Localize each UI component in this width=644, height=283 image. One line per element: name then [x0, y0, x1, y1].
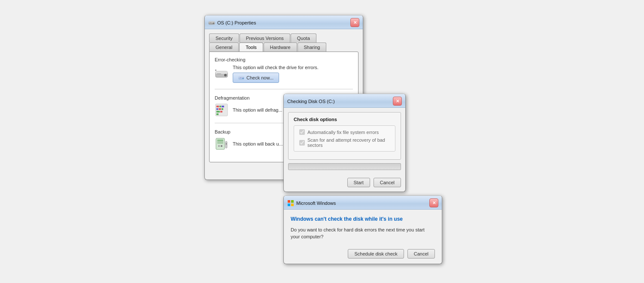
check-disk-title: Checking Disk OS (C:) — [287, 99, 335, 104]
check-now-button[interactable]: Check now... — [233, 73, 279, 83]
error-checking-section: Error-checking This option will ch — [215, 57, 353, 89]
svg-rect-1 — [209, 21, 215, 23]
check-disk-button-row: Start Cancel — [288, 174, 401, 187]
check-disk-content: Check disk options Automatically fix fil… — [284, 108, 405, 192]
check-disk-options-title: Check disk options — [294, 117, 395, 122]
properties-tabs-row2: General Tools Hardware Sharing — [209, 43, 358, 52]
option2-checkbox[interactable] — [299, 140, 305, 146]
tab-sharing[interactable]: Sharing — [298, 43, 327, 52]
check-now-label: Check now... — [246, 75, 273, 80]
svg-rect-33 — [291, 204, 294, 206]
ms-windows-title: Microsoft Windows — [296, 201, 336, 206]
svg-rect-12 — [240, 78, 242, 78]
defrag-icon — [215, 103, 228, 117]
svg-rect-27 — [221, 145, 222, 147]
option2-text: Scan for and attempt recovery of bad sec… — [307, 137, 390, 148]
svg-rect-16 — [222, 106, 224, 107]
svg-rect-29 — [226, 143, 227, 145]
ms-windows-body: Do you want to check for hard disk error… — [291, 226, 435, 240]
properties-close-button[interactable]: ✕ — [350, 18, 359, 27]
option1-text: Automatically fix file system errors — [307, 130, 379, 135]
svg-rect-8 — [215, 70, 216, 71]
svg-rect-20 — [216, 111, 220, 113]
check-disk-cancel-button[interactable]: Cancel — [374, 178, 401, 187]
tab-security[interactable]: Security — [209, 33, 239, 43]
error-checking-body: This option will check the drive for err… — [215, 65, 353, 83]
ms-windows-content: Windows can't check the disk while it's … — [284, 210, 442, 264]
svg-rect-25 — [217, 140, 223, 141]
backup-icon — [215, 137, 228, 151]
properties-title: OS (C:) Properties — [217, 20, 256, 25]
check-disk-start-button[interactable]: Start — [347, 178, 370, 187]
svg-rect-18 — [219, 108, 221, 110]
check-disk-titlebar: Checking Disk OS (C:) ✕ — [284, 94, 405, 108]
svg-point-6 — [224, 74, 227, 76]
tab-general[interactable]: General — [209, 43, 239, 52]
ms-windows-dialog: Microsoft Windows ✕ Windows can't check … — [283, 195, 442, 264]
check-disk-checkboxes: Automatically fix file system errors Sca… — [294, 125, 395, 152]
ms-windows-heading: Windows can't check the disk while it's … — [291, 216, 435, 223]
properties-titlebar: OS (C:) Properties ✕ — [205, 15, 363, 29]
check-icon — [238, 75, 244, 81]
svg-rect-7 — [217, 73, 221, 74]
option1-label[interactable]: Automatically fix file system errors — [299, 129, 390, 135]
svg-rect-21 — [220, 111, 222, 113]
tab-previous-versions[interactable]: Previous Versions — [240, 33, 290, 43]
svg-rect-17 — [216, 108, 218, 110]
svg-rect-3 — [210, 22, 212, 23]
option1-checkbox[interactable] — [299, 129, 305, 135]
ms-windows-close-button[interactable]: ✕ — [429, 198, 438, 207]
hdd-title-icon — [208, 19, 215, 26]
option2-label[interactable]: Scan for and attempt recovery of bad sec… — [299, 137, 390, 148]
tab-tools[interactable]: Tools — [239, 43, 263, 52]
error-checking-title: Error-checking — [215, 57, 353, 62]
svg-rect-14 — [216, 106, 219, 107]
svg-rect-32 — [288, 204, 290, 206]
schedule-disk-check-button[interactable]: Schedule disk check — [348, 249, 404, 259]
tab-quota[interactable]: Quota — [291, 33, 316, 43]
svg-point-2 — [213, 22, 214, 24]
ms-windows-cancel-button[interactable]: Cancel — [407, 249, 435, 259]
check-disk-close-button[interactable]: ✕ — [393, 97, 402, 106]
svg-rect-30 — [288, 200, 290, 203]
svg-rect-22 — [216, 113, 219, 115]
tab-hardware[interactable]: Hardware — [264, 43, 297, 52]
svg-point-11 — [243, 78, 244, 79]
svg-rect-31 — [291, 200, 294, 203]
svg-rect-15 — [219, 106, 221, 107]
error-checking-description: This option will check the drive for err… — [233, 65, 353, 70]
check-disk-options-group: Check disk options Automatically fix fil… — [288, 112, 401, 160]
svg-rect-19 — [222, 108, 223, 110]
ms-windows-button-row: Schedule disk check Cancel — [291, 246, 435, 259]
check-disk-progress-bar — [288, 163, 401, 170]
error-checking-icon — [215, 67, 228, 81]
svg-rect-26 — [218, 145, 220, 147]
check-disk-dialog: Checking Disk OS (C:) ✕ Check disk optio… — [283, 94, 406, 192]
properties-tabs-row1: Security Previous Versions Quota — [209, 33, 358, 43]
windows-flag-icon — [287, 200, 294, 207]
ms-windows-titlebar: Microsoft Windows ✕ — [284, 196, 442, 210]
